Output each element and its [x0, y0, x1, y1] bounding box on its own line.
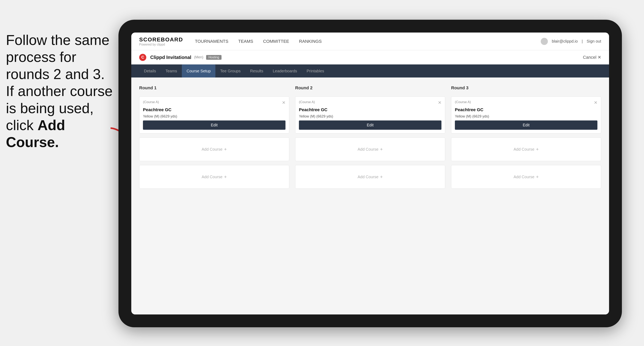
tab-bar: Details Teams Course Setup Tee Groups Re…	[131, 64, 609, 77]
course-3-name: Peachtree GC	[455, 107, 598, 112]
tab-leaderboards[interactable]: Leaderboards	[268, 64, 302, 77]
tab-teams[interactable]: Teams	[161, 64, 182, 77]
nav-separator: |	[582, 39, 582, 44]
course-2-label-small: (Course A)	[299, 100, 315, 104]
instruction-line5: is being used,	[6, 100, 94, 116]
course-2-name: Peachtree GC	[299, 107, 442, 112]
sub-header: C Clippd Invitational (Men) Hosting Canc…	[131, 50, 609, 64]
course-3-remove-btn[interactable]: ✕	[594, 100, 598, 105]
sign-out-link[interactable]: Sign out	[587, 39, 601, 44]
tab-results[interactable]: Results	[246, 64, 268, 77]
instruction-line6-prefix: click	[6, 117, 38, 133]
round-1-add-course-1-label: Add Course	[202, 147, 222, 152]
round-3-course-1-card: (Course A) ✕ Peachtree GC Yellow (M) (66…	[451, 96, 601, 134]
user-email: blair@clippd.io	[552, 39, 578, 44]
user-avatar	[541, 38, 548, 45]
round-3-column: Round 3 (Course A) ✕ Peachtree GC Yellow…	[451, 85, 601, 189]
tab-course-setup[interactable]: Course Setup	[182, 64, 216, 77]
round-2-course-1-card: (Course A) ✕ Peachtree GC Yellow (M) (66…	[295, 96, 445, 134]
instruction-panel: Follow the same process for rounds 2 and…	[0, 31, 122, 151]
round-1-add-course-2-icon: +	[224, 174, 227, 179]
round-3-add-course-1-icon: +	[536, 147, 539, 152]
course-1-name: Peachtree GC	[143, 107, 286, 112]
round-2-add-course-2-icon: +	[380, 174, 383, 179]
nav-links: TOURNAMENTS TEAMS COMMITTEE RANKINGS	[195, 37, 541, 46]
round-1-add-course-2[interactable]: Add Course +	[139, 165, 289, 189]
round-2-add-course-2[interactable]: Add Course +	[295, 165, 445, 189]
instruction-line3: rounds 2 and 3.	[6, 66, 105, 82]
tournament-type: (Men)	[194, 55, 203, 59]
round-2-add-course-1-icon: +	[380, 147, 383, 152]
hosting-badge: Hosting	[206, 55, 222, 60]
round-2-add-course-1[interactable]: Add Course +	[295, 137, 445, 161]
round-3-add-course-2-icon: +	[536, 174, 539, 179]
round-2-label: Round 2	[295, 85, 445, 90]
nav-teams[interactable]: TEAMS	[238, 37, 253, 46]
round-3-add-course-1-label: Add Course	[514, 147, 534, 152]
round-3-add-course-2[interactable]: Add Course +	[451, 165, 601, 189]
course-3-label-small: (Course A)	[455, 100, 471, 104]
tablet-frame: SCOREBOARD Powered by clippd TOURNAMENTS…	[118, 20, 622, 327]
course-3-details: Yellow (M) (6629 yds)	[455, 114, 598, 119]
course-1-label-small: (Course A)	[143, 100, 159, 104]
tab-tee-groups[interactable]: Tee Groups	[216, 64, 245, 77]
scoreboard-logo: SCOREBOARD	[139, 36, 183, 43]
round-2-add-course-2-label: Add Course	[358, 175, 378, 179]
round-1-add-course-1-icon: +	[224, 147, 227, 152]
nav-committee[interactable]: COMMITTEE	[263, 37, 289, 46]
round-3-add-course-1[interactable]: Add Course +	[451, 137, 601, 161]
nav-right: blair@clippd.io | Sign out	[541, 38, 601, 45]
top-navigation: SCOREBOARD Powered by clippd TOURNAMENTS…	[131, 32, 609, 50]
tab-details[interactable]: Details	[139, 64, 161, 77]
tablet-screen: SCOREBOARD Powered by clippd TOURNAMENTS…	[131, 32, 609, 315]
logo-area: SCOREBOARD Powered by clippd	[139, 36, 183, 46]
brand-logo: C	[139, 54, 146, 61]
course-1-details: Yellow (M) (6629 yds)	[143, 114, 286, 119]
course-1-header: (Course A) ✕	[143, 100, 286, 105]
course-1-remove-btn[interactable]: ✕	[282, 100, 286, 105]
round-3-label: Round 3	[451, 85, 601, 90]
main-content: Round 1 (Course A) ✕ Peachtree GC Yellow…	[131, 77, 609, 315]
course-2-header: (Course A) ✕	[299, 100, 442, 105]
nav-tournaments[interactable]: TOURNAMENTS	[195, 37, 228, 46]
tournament-name: Clippd Invitational	[150, 55, 191, 60]
round-1-add-course-1[interactable]: Add Course +	[139, 137, 289, 161]
round-3-course-1-edit-button[interactable]: Edit	[455, 121, 598, 130]
rounds-container: Round 1 (Course A) ✕ Peachtree GC Yellow…	[139, 85, 601, 189]
instruction-line4: If another course	[6, 83, 112, 99]
round-2-course-1-edit-button[interactable]: Edit	[299, 121, 442, 130]
instruction-line2: process for	[6, 49, 76, 65]
course-3-header: (Course A) ✕	[455, 100, 598, 105]
course-2-remove-btn[interactable]: ✕	[438, 100, 442, 105]
round-2-add-course-1-label: Add Course	[358, 147, 378, 152]
round-2-column: Round 2 (Course A) ✕ Peachtree GC Yellow…	[295, 85, 445, 189]
nav-rankings[interactable]: RANKINGS	[299, 37, 322, 46]
round-1-add-course-2-label: Add Course	[202, 175, 222, 179]
round-1-label: Round 1	[139, 85, 289, 90]
round-1-column: Round 1 (Course A) ✕ Peachtree GC Yellow…	[139, 85, 289, 189]
tab-printables[interactable]: Printables	[302, 64, 329, 77]
round-1-course-1-card: (Course A) ✕ Peachtree GC Yellow (M) (66…	[139, 96, 289, 134]
round-3-add-course-2-label: Add Course	[514, 175, 534, 179]
round-1-course-1-edit-button[interactable]: Edit	[143, 121, 286, 130]
powered-by-label: Powered by clippd	[139, 43, 183, 46]
cancel-button[interactable]: Cancel ✕	[583, 55, 601, 60]
instruction-line1: Follow the same	[6, 32, 109, 48]
course-2-details: Yellow (M) (6629 yds)	[299, 114, 442, 119]
